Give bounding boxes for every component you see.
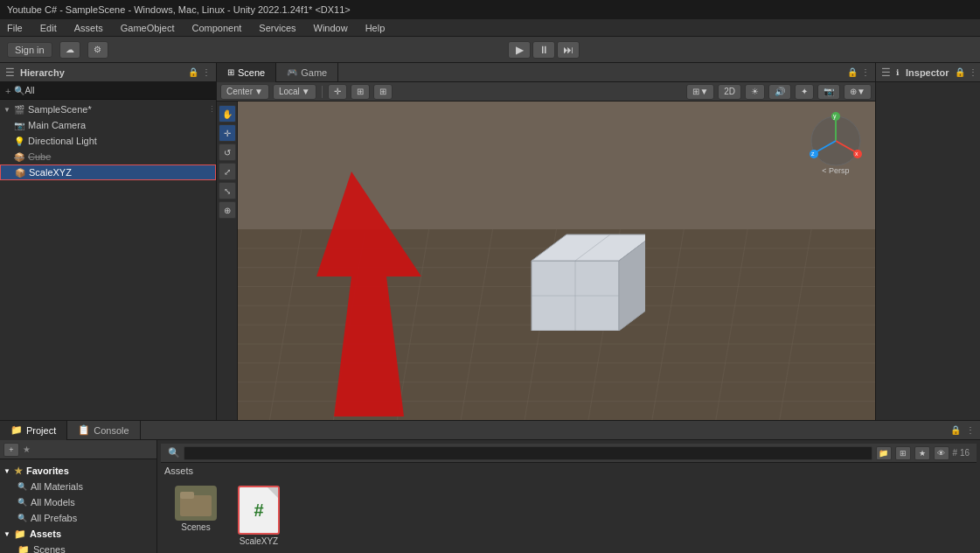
sidebar-favorites[interactable]: ▼ ★ Favorites <box>0 463 156 479</box>
main-toolbar: Sign in ☁ ⚙ ▶ ⏸ ⏭ <box>0 37 980 63</box>
menu-file[interactable]: File <box>3 23 26 33</box>
inspector-header: ☰ ℹ Inspector 🔒 ⋮ <box>876 63 980 82</box>
asset-count-number: 16 <box>960 448 970 458</box>
menu-gameobject[interactable]: GameObject <box>117 23 178 33</box>
assets-search-input[interactable] <box>184 446 872 460</box>
tool-rotate[interactable]: ↺ <box>219 144 236 161</box>
menu-edit[interactable]: Edit <box>37 23 60 33</box>
sidebar-all-prefabs[interactable]: 🔍 All Prefabs <box>0 510 156 526</box>
inspector-more-icon[interactable]: ⋮ <box>969 67 977 77</box>
samplescene-options[interactable]: ⋮ <box>208 105 216 114</box>
render-mode-button[interactable]: ⊞▼ <box>686 84 714 100</box>
maincamera-label: Main Camera <box>28 120 86 130</box>
hierarchy-more-icon[interactable]: ⋮ <box>202 67 211 77</box>
tool-transform[interactable]: ⊕ <box>219 201 236 219</box>
scene-view[interactable]: y x z < Persp <box>238 102 875 420</box>
samplescene-arrow: ▼ <box>3 106 10 114</box>
scene-tab-icon: ⊞ <box>227 67 234 77</box>
light-icon: 💡 <box>14 136 24 146</box>
tool-rect[interactable]: ⤡ <box>219 182 236 200</box>
hierarchy-add-button[interactable]: + <box>5 86 10 96</box>
hierarchy-item-samplescene[interactable]: ▼ 🎬 SampleScene* ⋮ <box>0 102 216 117</box>
svg-rect-37 <box>180 492 194 499</box>
sidebar-all-materials[interactable]: 🔍 All Materials <box>0 479 156 494</box>
assets-folder-toggle[interactable]: 📁 <box>876 446 892 460</box>
tool-move[interactable]: ✛ <box>219 124 236 142</box>
assets-main-area: 🔍 📁 ⊞ ★ 👁 # 16 Assets <box>157 440 980 553</box>
camera-icon: 📷 <box>14 121 24 130</box>
hierarchy-lock-icon[interactable]: 🔒 <box>188 67 198 77</box>
lighting-toggle[interactable]: ☀ <box>745 84 765 100</box>
bottom-lock-icon[interactable]: 🔒 <box>950 425 961 435</box>
scene-tab-actions: 🔒 ⋮ <box>847 67 875 77</box>
scene-more-icon[interactable]: ⋮ <box>861 67 870 77</box>
scenes-label: Scenes <box>33 544 66 553</box>
assets-eye-toggle[interactable]: 👁 <box>934 446 949 460</box>
game-tab-icon: 🎮 <box>287 67 297 77</box>
svg-text:z: z <box>811 150 815 157</box>
tab-project[interactable]: 📁 Project <box>0 421 67 440</box>
tool-scale[interactable]: ⤢ <box>219 163 236 180</box>
hierarchy-item-maincamera[interactable]: 📷 Main Camera <box>0 117 216 133</box>
inspector-lock-icon[interactable]: 🔒 <box>955 67 965 77</box>
pause-button[interactable]: ⏸ <box>532 41 555 59</box>
gizmos-button[interactable]: ⊕▼ <box>844 84 872 100</box>
sidebar-all-models[interactable]: 🔍 All Models <box>0 494 156 510</box>
all-prefabs-label: All Prefabs <box>31 513 77 523</box>
step-button[interactable]: ⏭ <box>557 41 580 59</box>
hierarchy-header-icons: 🔒 ⋮ <box>188 67 211 77</box>
play-controls: ▶ ⏸ ⏭ <box>508 41 580 59</box>
add-asset-button[interactable]: + <box>3 443 19 457</box>
menu-component[interactable]: Component <box>188 23 245 33</box>
collab-button[interactable]: ⚙ <box>87 41 108 59</box>
menu-bar: File Edit Assets GameObject Component Se… <box>0 19 980 37</box>
hierarchy-item-directionallight[interactable]: 💡 Directional Light <box>0 133 216 149</box>
scene-game-tabs: ⊞ Scene 🎮 Game 🔒 ⋮ <box>217 63 875 82</box>
move-gizmo-button[interactable]: ✛ <box>328 84 347 100</box>
assets-section-label: Assets <box>30 528 61 539</box>
tab-scene[interactable]: ⊞ Scene <box>217 63 276 82</box>
2d-button[interactable]: 2D <box>718 84 741 100</box>
tab-game[interactable]: 🎮 Game <box>276 63 338 82</box>
center-button[interactable]: Center ▼ <box>220 84 269 100</box>
local-button[interactable]: Local ▼ <box>273 84 316 100</box>
scalexyz-script-icon: # <box>238 486 280 535</box>
camera-settings[interactable]: 📷 <box>817 84 840 100</box>
tool-hand[interactable]: ✋ <box>219 105 236 122</box>
sidebar-scenes[interactable]: 📁 Scenes <box>0 542 156 553</box>
inspector-menu-icon[interactable]: ☰ <box>881 66 891 79</box>
scene-lock-icon[interactable]: 🔒 <box>847 67 858 77</box>
inspector-header-icons: 🔒 ⋮ <box>955 67 977 77</box>
effects-toggle[interactable]: ✦ <box>795 84 814 100</box>
assets-star-toggle[interactable]: ★ <box>914 446 930 460</box>
inspector-title: Inspector <box>906 67 949 78</box>
hierarchy-search-input[interactable] <box>24 86 211 95</box>
menu-assets[interactable]: Assets <box>71 23 107 33</box>
view-options-button[interactable]: ⊞ <box>351 84 370 100</box>
menu-services[interactable]: Services <box>255 23 299 33</box>
menu-window[interactable]: Window <box>310 23 351 33</box>
asset-item-scalexyz[interactable]: # ScaleXYZ <box>231 486 287 546</box>
audio-toggle[interactable]: 🔊 <box>768 84 791 100</box>
menu-help[interactable]: Help <box>362 23 389 33</box>
assets-arrow: ▼ <box>3 530 10 538</box>
play-button[interactable]: ▶ <box>508 41 531 59</box>
hash-icon: # <box>953 448 958 458</box>
cloud-button[interactable]: ☁ <box>59 41 80 59</box>
assets-filter-toggle[interactable]: ⊞ <box>895 446 911 460</box>
hierarchy-menu-icon[interactable]: ☰ <box>5 66 15 79</box>
hierarchy-item-scalexyz[interactable]: 📦 ScaleXYZ <box>0 164 216 180</box>
svg-text:x: x <box>855 150 858 157</box>
lighting-button[interactable]: ⊞ <box>373 84 393 100</box>
gizmo-svg: y x z <box>805 110 866 172</box>
tab-console[interactable]: 📋 Console <box>67 421 140 440</box>
all-prefabs-search-icon: 🔍 <box>17 514 27 522</box>
hierarchy-search-bar[interactable]: + 🔍 <box>0 82 216 100</box>
sidebar-assets[interactable]: ▼ 📁 Assets <box>0 526 156 542</box>
bottom-more-icon[interactable]: ⋮ <box>966 425 975 435</box>
hierarchy-item-cube[interactable]: 📦 Cube <box>0 149 216 164</box>
inspector-panel: ☰ ℹ Inspector 🔒 ⋮ <box>875 63 980 420</box>
asset-item-scenes[interactable]: Scenes <box>168 486 224 532</box>
sign-in-button[interactable]: Sign in <box>7 42 52 58</box>
scene-with-tools: ✋ ✛ ↺ ⤢ ⤡ ⊕ <box>217 102 875 420</box>
